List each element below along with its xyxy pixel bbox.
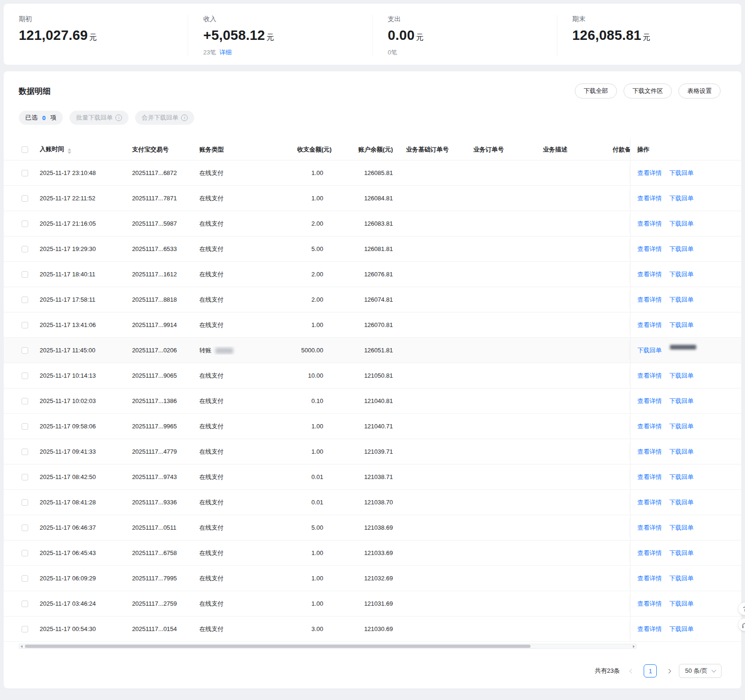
view-detail-link[interactable]: 查看详情 xyxy=(637,448,661,456)
view-detail-link[interactable]: 查看详情 xyxy=(637,245,661,253)
download-receipt-link[interactable]: 下载回单 xyxy=(669,448,693,456)
table-row[interactable]: 2025-11-17 18:40:11 20251117...1612 在线支付… xyxy=(4,262,741,287)
download-receipt-link[interactable]: 下载回单 xyxy=(669,549,693,557)
scroll-left-arrow-icon[interactable] xyxy=(21,645,23,648)
cell-balance: 121038.70 xyxy=(332,499,393,506)
cell-balance: 126084.81 xyxy=(332,195,393,202)
view-detail-link[interactable]: 查看详情 xyxy=(637,194,661,203)
view-detail-link[interactable]: 查看详情 xyxy=(637,422,661,431)
table-row[interactable]: 2025-11-17 22:11:52 20251117...7871 在线支付… xyxy=(4,186,741,211)
row-checkbox[interactable] xyxy=(22,601,28,607)
select-all-checkbox[interactable] xyxy=(22,146,28,153)
horizontal-scrollbar[interactable] xyxy=(19,644,637,649)
scrollbar-thumb[interactable] xyxy=(25,645,531,648)
row-checkbox[interactable] xyxy=(22,474,28,480)
column-entry-time[interactable]: 入账时间 xyxy=(40,145,132,154)
current-page-button[interactable]: 1 xyxy=(644,664,657,677)
download-receipt-link[interactable]: 下载回单 xyxy=(669,194,693,203)
download-receipt-link[interactable]: 下载回单 xyxy=(669,600,693,608)
detail-link[interactable]: 详细 xyxy=(220,49,232,56)
table-row[interactable]: 2025-11-17 13:41:06 20251117...9914 在线支付… xyxy=(4,312,741,338)
table-row[interactable]: 2025-11-17 06:45:43 20251117...6758 在线支付… xyxy=(4,540,741,566)
cell-amount: 3.00 xyxy=(261,625,332,632)
table-row[interactable]: 2025-11-17 08:41:28 20251117...9336 在线支付… xyxy=(4,490,741,515)
row-checkbox[interactable] xyxy=(22,271,28,278)
help-icon[interactable] xyxy=(738,602,745,615)
scroll-right-arrow-icon[interactable] xyxy=(633,645,635,648)
view-detail-link[interactable]: 查看详情 xyxy=(637,574,661,583)
view-detail-link[interactable]: 查看详情 xyxy=(637,296,661,304)
download-receipt-link[interactable]: 下载回单 xyxy=(669,397,693,405)
view-detail-link[interactable]: 查看详情 xyxy=(637,270,661,279)
download-receipt-link[interactable]: 下载回单 xyxy=(669,372,693,380)
download-receipt-link[interactable]: 下载回单 xyxy=(669,321,693,329)
download-receipt-link[interactable]: 下载回单 xyxy=(669,625,693,633)
table-row[interactable]: 2025-11-17 11:45:00 20251117...0206 转账 5… xyxy=(4,338,741,363)
table-row[interactable]: 2025-11-17 10:14:13 20251117...9065 在线支付… xyxy=(4,363,741,388)
row-checkbox[interactable] xyxy=(22,525,28,531)
download-receipt-link[interactable]: 下载回单 xyxy=(669,498,693,507)
view-detail-link[interactable]: 查看详情 xyxy=(637,625,661,633)
row-checkbox[interactable] xyxy=(22,626,28,632)
row-checkbox[interactable] xyxy=(22,297,28,303)
row-checkbox[interactable] xyxy=(22,398,28,404)
customer-service-icon[interactable] xyxy=(738,618,745,631)
table-row[interactable]: 2025-11-17 00:54:30 20251117...0154 在线支付… xyxy=(4,616,741,642)
cell-transaction-no: 20251117...0154 xyxy=(132,625,199,632)
row-checkbox[interactable] xyxy=(22,449,28,455)
view-detail-link[interactable]: 查看详情 xyxy=(637,397,661,405)
row-checkbox[interactable] xyxy=(22,373,28,379)
batch-download-receipts-button[interactable]: 批量下载回单 xyxy=(69,111,129,125)
view-detail-link[interactable]: 查看详情 xyxy=(637,169,661,177)
view-detail-link[interactable]: 查看详情 xyxy=(637,600,661,608)
row-checkbox[interactable] xyxy=(22,246,28,252)
view-detail-link[interactable]: 查看详情 xyxy=(637,549,661,557)
view-detail-link[interactable]: 查看详情 xyxy=(637,220,661,228)
download-receipt-link[interactable]: 下载回单 xyxy=(669,422,693,431)
table-row[interactable]: 2025-11-17 19:29:30 20251117...6533 在线支付… xyxy=(4,236,741,262)
next-page-button[interactable] xyxy=(667,670,670,673)
table-row[interactable]: 2025-11-17 09:58:06 20251117...9965 在线支付… xyxy=(4,414,741,439)
table-row[interactable]: 2025-11-17 06:09:29 20251117...7995 在线支付… xyxy=(4,566,741,591)
view-detail-link[interactable]: 查看详情 xyxy=(637,321,661,329)
row-checkbox[interactable] xyxy=(22,550,28,556)
row-checkbox[interactable] xyxy=(22,347,28,354)
row-checkbox[interactable] xyxy=(22,195,28,202)
download-receipt-link[interactable]: 下载回单 xyxy=(669,296,693,304)
table-row[interactable]: 2025-11-17 21:16:05 20251117...5987 在线支付… xyxy=(4,211,741,236)
table-row[interactable]: 2025-11-17 09:41:33 20251117...4779 在线支付… xyxy=(4,439,741,464)
merge-download-receipts-button[interactable]: 合并下载回单 xyxy=(135,111,194,125)
table-row[interactable]: 2025-11-17 17:58:11 20251117...8818 在线支付… xyxy=(4,287,741,312)
row-checkbox[interactable] xyxy=(22,575,28,582)
row-checkbox[interactable] xyxy=(22,499,28,506)
view-detail-link[interactable]: 查看详情 xyxy=(637,372,661,380)
download-file-zone-button[interactable]: 下载文件区 xyxy=(623,84,672,99)
table-row[interactable]: 2025-11-17 03:46:24 20251117...2759 在线支付… xyxy=(4,591,741,616)
download-receipt-link[interactable]: 下载回单 xyxy=(669,169,693,177)
view-detail-link[interactable]: 查看详情 xyxy=(637,524,661,532)
cell-account-type: 在线支付 xyxy=(199,270,261,279)
row-checkbox[interactable] xyxy=(22,423,28,430)
view-detail-link[interactable]: 查看详情 xyxy=(637,498,661,507)
download-receipt-link[interactable]: 下载回单 xyxy=(669,524,693,532)
download-receipt-link[interactable]: 下载回单 xyxy=(669,574,693,583)
table-row[interactable]: 2025-11-17 08:42:50 20251117...9743 在线支付… xyxy=(4,464,741,490)
download-all-button[interactable]: 下载全部 xyxy=(575,84,617,99)
table-settings-button[interactable]: 表格设置 xyxy=(678,84,721,99)
table-row[interactable]: 2025-11-17 06:46:37 20251117...0511 在线支付… xyxy=(4,515,741,540)
row-checkbox[interactable] xyxy=(22,170,28,176)
download-receipt-link[interactable]: 下载回单 xyxy=(669,245,693,253)
download-receipt-link[interactable]: 下载回单 xyxy=(669,220,693,228)
row-checkbox[interactable] xyxy=(22,322,28,328)
table-row[interactable]: 2025-11-17 10:02:03 20251117...1386 在线支付… xyxy=(4,388,741,414)
table-row[interactable]: 2025-11-17 23:10:48 20251117...6872 在线支付… xyxy=(4,160,741,186)
summary-label: 支出 xyxy=(388,15,557,23)
prev-page-button[interactable] xyxy=(630,670,633,673)
row-checkbox[interactable] xyxy=(22,221,28,227)
sort-icon[interactable] xyxy=(68,148,71,154)
page-size-select[interactable]: 50 条/页 xyxy=(679,664,722,678)
download-receipt-link[interactable]: 下载回单 xyxy=(669,270,693,279)
view-detail-link[interactable]: 查看详情 xyxy=(637,473,661,481)
download-receipt-link[interactable]: 下载回单 xyxy=(669,473,693,481)
view-detail-link[interactable]: 下载回单 xyxy=(637,346,661,355)
